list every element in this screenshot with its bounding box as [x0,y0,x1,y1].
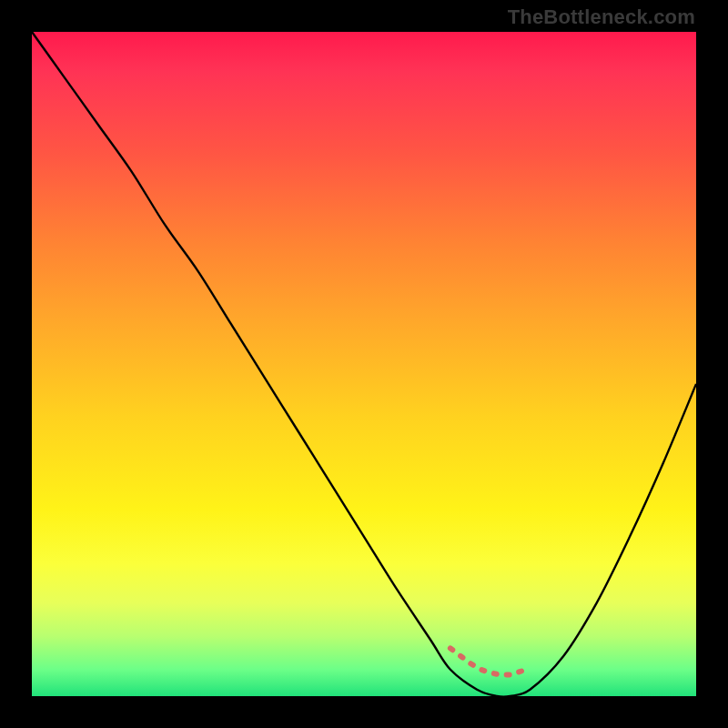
curve-layer [32,32,696,696]
bottleneck-curve [32,32,696,697]
attribution-label: TheBottleneck.com [508,5,695,29]
plot-area [32,32,696,696]
chart-frame: TheBottleneck.com [0,0,728,728]
optimal-dotted-segment [450,648,531,674]
